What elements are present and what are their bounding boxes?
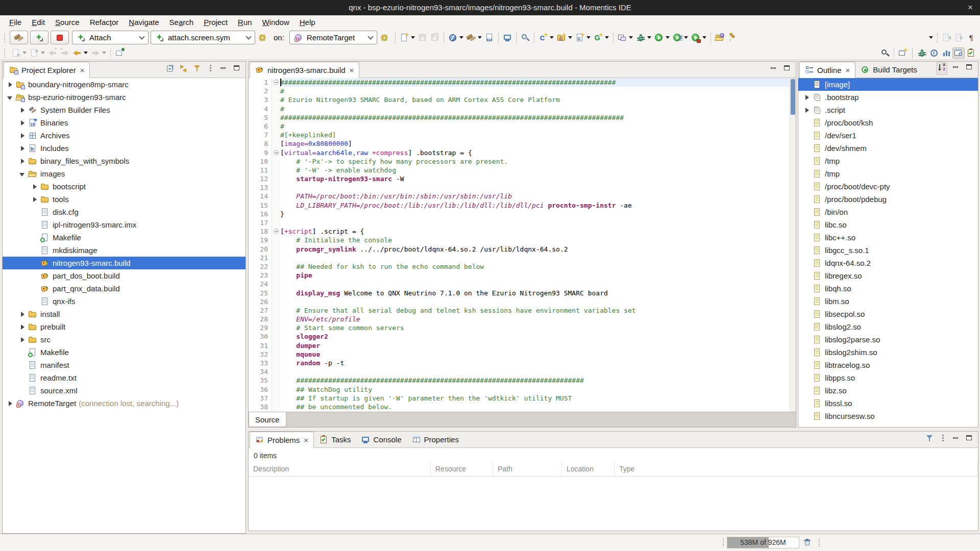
code-line[interactable] [280, 367, 790, 376]
code-line[interactable]: # '-W' -> enable watchdog [280, 166, 790, 174]
code-line[interactable]: ENV=/etc/profile [280, 315, 790, 323]
previous-annotation-button[interactable] [940, 32, 952, 43]
chevron-right-icon[interactable] [19, 107, 26, 114]
code-line[interactable]: # Ensure that all serial debug and telne… [280, 306, 790, 315]
tree-item-includes[interactable]: Includes [3, 142, 246, 155]
tree-item-archives[interactable]: Archives [3, 129, 246, 142]
menu-search[interactable]: Search [164, 18, 199, 27]
forward-to-edit-button[interactable] [59, 47, 71, 59]
chevron-down-icon[interactable] [84, 52, 88, 54]
chevron-right-icon[interactable] [803, 94, 811, 101]
menu-window[interactable]: Window [257, 18, 294, 27]
code-line[interactable]: [virtual=aarch64le,raw +compress] .boots… [280, 148, 790, 157]
attach-debug-button[interactable] [30, 31, 48, 44]
outline-list[interactable]: [image].bootstrap.script/proc/boot/ksh/d… [798, 78, 978, 427]
funnel-button[interactable] [192, 64, 202, 75]
chevron-down-icon[interactable] [586, 36, 591, 39]
tree-item-manifest[interactable]: manifest [3, 359, 246, 371]
stop-button[interactable] [51, 31, 69, 44]
code-line[interactable]: #[+keeplinked] [280, 131, 790, 139]
new-c-folder-button[interactable] [555, 32, 574, 43]
tree-item-nitrogen93-smarc-build[interactable]: nitrogen93-smarc.build [3, 257, 246, 269]
code-lines[interactable]: ########################################… [280, 78, 790, 412]
code-line[interactable] [280, 297, 790, 306]
tab-console[interactable]: Console [356, 432, 406, 447]
search-source-button[interactable] [519, 32, 531, 43]
outline-item[interactable]: libssl.so [798, 397, 978, 410]
save-button[interactable] [416, 32, 429, 43]
link-editor-button[interactable] [179, 64, 188, 75]
outline-item[interactable]: .script [798, 104, 978, 116]
tree-item-system-builder-files[interactable]: System Builder Files [3, 104, 246, 116]
outline-item[interactable]: libslog2parse.so [798, 333, 978, 346]
tree-item-bsp-ezurio-nitrogen93-smarc[interactable]: bsp-ezurio-nitrogen93-smarc [3, 91, 246, 104]
outline-item[interactable]: libc.so [798, 218, 978, 231]
generate-button[interactable] [592, 32, 610, 43]
code-line[interactable]: ########################################… [280, 113, 790, 122]
tab-project-explorer[interactable]: Project Explorer × [4, 62, 90, 78]
code-line[interactable]: dumper [280, 341, 790, 350]
outline-item[interactable]: libregex.so [798, 269, 978, 282]
code-line[interactable]: # [280, 122, 790, 131]
chevron-down-icon[interactable] [629, 36, 633, 39]
forward-button[interactable] [89, 47, 108, 59]
outline-item[interactable]: /dev/ser1 [798, 129, 978, 142]
chevron-right-icon[interactable] [19, 132, 26, 139]
new-c-project-button[interactable] [537, 32, 555, 43]
switch-workspace-button[interactable] [616, 32, 634, 43]
outline-item[interactable]: libm.so [798, 295, 978, 308]
outline-item[interactable]: libqh.so [798, 282, 978, 295]
target-combo-settings-button[interactable] [378, 31, 390, 44]
outline-item[interactable]: libncursesw.so [798, 410, 978, 422]
outline-item[interactable]: /bin/on [798, 206, 978, 218]
code-editor[interactable]: 1234567891011121314151617181920212223242… [249, 78, 796, 412]
outline-item[interactable]: /proc/boot/ksh [798, 116, 978, 129]
tree-item-source-xml[interactable]: source.xml [3, 384, 246, 397]
tree-item-binaries[interactable]: Binaries [3, 116, 246, 129]
outline-item[interactable]: /proc/boot/pdebug [798, 193, 978, 206]
code-line[interactable]: # Start some common servers [280, 323, 790, 332]
column-header-type[interactable]: Type [615, 463, 978, 476]
chevron-down-icon[interactable] [22, 52, 27, 54]
column-header-path[interactable]: Path [493, 463, 562, 476]
code-line[interactable] [280, 218, 790, 227]
profile-button[interactable] [690, 32, 708, 43]
tree-item-mkdiskimage[interactable]: mkdiskimage [3, 244, 246, 257]
code-line[interactable]: slogger2 [280, 332, 790, 341]
chevron-right-icon[interactable] [7, 81, 14, 88]
code-line[interactable]: } [280, 210, 790, 218]
show-whitespace-button[interactable] [965, 32, 977, 43]
chevron-down-icon[interactable] [647, 36, 651, 39]
chevron-down-icon[interactable] [19, 170, 26, 178]
console-button[interactable] [501, 32, 513, 43]
chevron-down-icon[interactable] [666, 36, 670, 39]
sortaz-button[interactable] [936, 62, 947, 75]
outline-item[interactable]: /tmp [798, 155, 978, 167]
chevron-down-icon[interactable] [478, 36, 482, 39]
outline-item[interactable]: ldqnx-64.so.2 [798, 257, 978, 269]
tree-item-prebuilt[interactable]: prebuilt [3, 320, 246, 333]
minb-button[interactable] [951, 63, 961, 74]
chevron-down-icon[interactable] [568, 36, 572, 39]
code-line[interactable]: ## Needed for ksh to run the echo comman… [280, 262, 790, 271]
code-line[interactable]: LD_LIBRARY_PATH=/proc/boot:/lib:/usr/lib… [280, 201, 790, 210]
maxb-button[interactable] [965, 434, 974, 445]
outline-item[interactable]: /tmp [798, 167, 978, 180]
chevron-right-icon[interactable] [803, 107, 811, 114]
code-line[interactable]: ########################################… [280, 78, 790, 87]
tree-item-tools[interactable]: tools [3, 193, 246, 206]
chevron-down-icon[interactable] [102, 52, 106, 54]
chevron-down-icon[interactable] [550, 36, 554, 39]
tree-item-part-dos-boot-build[interactable]: part_dos_boot.build [3, 269, 246, 282]
chevron-down-icon[interactable] [41, 52, 45, 54]
code-line[interactable]: ########################################… [280, 376, 790, 385]
outline-item[interactable]: libtracelog.so [798, 359, 978, 371]
chevron-down-icon[interactable] [411, 36, 415, 39]
tree-item-binary-files-with-symbols[interactable]: binary_files_with_symbols [3, 155, 246, 167]
tab-tasks[interactable]: Tasks [314, 432, 356, 447]
menu-source[interactable]: Source [50, 18, 85, 27]
tree-item-src[interactable]: src [3, 333, 246, 346]
code-line[interactable] [280, 254, 790, 262]
minb-button[interactable] [219, 64, 228, 75]
code-line[interactable]: ## be uncommented below. [280, 403, 790, 411]
